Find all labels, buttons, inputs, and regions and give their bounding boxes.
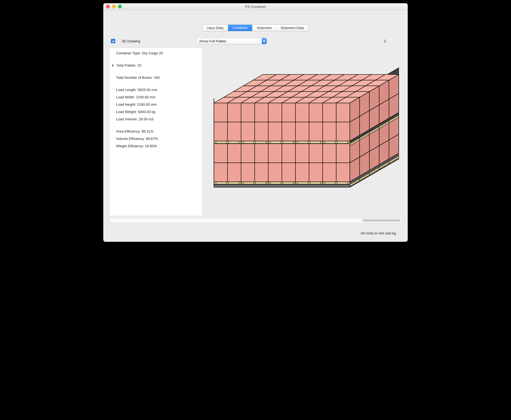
zoom-icon[interactable] [118, 5, 122, 8]
disclosure-triangle-icon [112, 64, 114, 67]
app-window: Fill Container Input Data Container Ship… [103, 3, 408, 242]
load-width-line: Load Width: 2330.00 mm [110, 93, 202, 101]
total-boxes-line: Total Number of Boxes: 160 [110, 74, 202, 81]
weight-eff-line: Weight Efficiency: 24.80% [110, 142, 202, 150]
chevron-up-down-icon [262, 38, 267, 44]
tab-shipment-data[interactable]: Shipment Data [276, 25, 308, 31]
close-icon[interactable] [106, 5, 110, 8]
tab-container[interactable]: Container [228, 25, 252, 31]
main-body: Container Type: Dry Cargo 20 Total Palle… [109, 48, 402, 216]
segmented-control: Input Data Container Shipment Shipment D… [202, 24, 309, 31]
tab-bar: Input Data Container Shipment Shipment D… [109, 24, 402, 31]
tab-input-data[interactable]: Input Data [203, 25, 228, 31]
drawing-checkbox[interactable] [111, 39, 115, 43]
drawing-checkbox-label: 3D Drawing [122, 39, 140, 43]
options-row: 3D Drawing Show Full Pallets 1 [111, 38, 402, 44]
drawing-viewport[interactable] [205, 48, 402, 216]
area-eff-line: Area Efficiency: 98.31% [110, 128, 202, 135]
page-count: 1 [384, 39, 386, 43]
total-pallets-line: Total Pallets: 20 [116, 63, 141, 68]
load-volume-line: Load Volume: 29.59 m3 [110, 115, 202, 123]
content-area: Input Data Container Shipment Shipment D… [103, 10, 408, 242]
horizontal-scrollbar[interactable] [109, 218, 402, 223]
container-type-line: Container Type: Dry Cargo 20 [110, 49, 202, 57]
total-pallets-row[interactable]: Total Pallets: 20 [110, 62, 202, 69]
window-controls [106, 5, 122, 8]
footer-units: All Units in mm and kg. [109, 223, 402, 239]
tab-shipment[interactable]: Shipment [252, 25, 276, 31]
scrollbar-thumb[interactable] [362, 219, 400, 222]
view-mode-popup[interactable]: Show Full Pallets [197, 38, 267, 44]
volume-eff-line: Volume Efficiency: 89.67% [110, 135, 202, 142]
titlebar: Fill Container [103, 3, 408, 10]
view-mode-value: Show Full Pallets [199, 39, 226, 43]
container-drawing [203, 51, 399, 220]
info-panel: Container Type: Dry Cargo 20 Total Palle… [109, 48, 203, 216]
load-height-line: Load Height: 2180.00 mm [110, 101, 202, 108]
load-length-line: Load Length: 5825.00 mm [110, 86, 202, 93]
window-title: Fill Container [103, 5, 408, 9]
minimize-icon[interactable] [112, 5, 116, 8]
load-weight-line: Load Weight: 5400.00 kg [110, 108, 202, 115]
